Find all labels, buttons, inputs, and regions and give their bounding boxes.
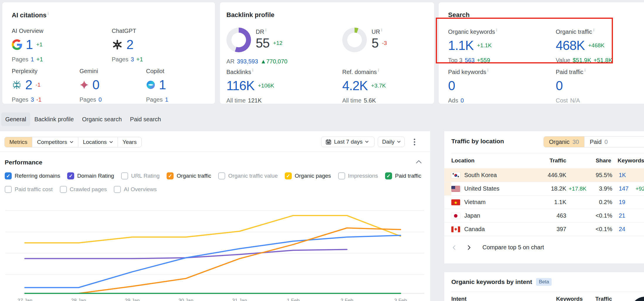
- pager-prev-icon[interactable]: [451, 245, 457, 250]
- dr-metric: DRi 55 +12: [226, 28, 282, 52]
- keywords-value[interactable]: 21: [619, 212, 633, 219]
- metric-label: Backlinksi: [226, 68, 274, 75]
- pages-label: Pages: [146, 96, 163, 103]
- toggle-organic[interactable]: Organic30: [544, 137, 584, 147]
- compare-top5-label[interactable]: Compare top 5 on chart: [482, 244, 544, 251]
- info-icon[interactable]: i: [252, 68, 253, 73]
- divider: [451, 292, 644, 292]
- ar-label: AR: [226, 58, 235, 65]
- keywords-value[interactable]: 147: [619, 185, 633, 192]
- alltime-value: 121K: [248, 97, 262, 104]
- column-header-traffic[interactable]: Traffic: [532, 157, 566, 164]
- performance-line-chart[interactable]: 27 Jan28 Jan29 Jan30 Jan31 Jan1 Feb2 Feb…: [0, 131, 430, 301]
- pages-label: Pages: [12, 96, 28, 103]
- ur-metric: URi 5 -3: [342, 28, 387, 52]
- svg-text:31 Jan: 31 Jan: [232, 298, 247, 301]
- tab-general[interactable]: General: [1, 112, 30, 126]
- info-icon[interactable]: i: [487, 68, 488, 73]
- gemini-icon: [79, 80, 89, 90]
- pages-value[interactable]: 3: [131, 56, 134, 63]
- pages-value[interactable]: 1: [31, 56, 34, 63]
- ar-change: ▲770,070: [260, 58, 287, 65]
- svg-text:28 Jan: 28 Jan: [71, 298, 86, 301]
- tab-organic-search[interactable]: Organic search: [78, 112, 126, 126]
- column-header-location[interactable]: Location: [451, 157, 474, 164]
- perplexity-icon: [12, 80, 22, 90]
- location-row-united-states[interactable]: United States 18.2K +17.8K 3.9% 147 +92: [444, 182, 644, 195]
- metric-label: AI Overview: [12, 28, 43, 34]
- location-row-vietnam[interactable]: Vietnam 1.1K 0.2% 19: [444, 195, 644, 209]
- flag-south-korea-icon: [451, 172, 460, 178]
- metric-value[interactable]: 4.2K: [342, 79, 368, 92]
- ur-donut: [342, 28, 367, 52]
- metric-delta: -1: [35, 82, 40, 88]
- metric-label: Copilot: [146, 68, 168, 75]
- metric-value[interactable]: 0: [92, 78, 99, 91]
- info-icon[interactable]: i: [378, 68, 379, 73]
- pages-value[interactable]: 0: [99, 96, 102, 103]
- traffic-value: 397: [544, 226, 566, 233]
- sub-label: Cost: [556, 97, 568, 104]
- pages-label: Pages: [12, 56, 28, 63]
- pages-delta: +1: [36, 56, 43, 63]
- alltime-value: 5.6K: [364, 97, 376, 104]
- location-pager: Compare top 5 on chart: [451, 244, 544, 251]
- dr-donut: [226, 28, 251, 52]
- metric-value[interactable]: 1: [26, 38, 33, 51]
- gemini-metric: Gemini 0 Pages0: [79, 68, 102, 103]
- pages-value[interactable]: 3: [31, 96, 34, 103]
- backlink-profile-title: Backlink profile: [226, 11, 274, 19]
- metric-value[interactable]: 1: [159, 78, 166, 91]
- tab-paid-search[interactable]: Paid search: [126, 112, 165, 126]
- sub-value: N/A: [570, 97, 580, 104]
- metric-value[interactable]: 2: [126, 38, 133, 51]
- metric-value[interactable]: 116K: [226, 79, 255, 92]
- location-row-south-korea[interactable]: South Korea 446.9K 95.5% 1K: [444, 168, 644, 182]
- sub-value[interactable]: 0: [460, 97, 464, 104]
- svg-text:29 Jan: 29 Jan: [125, 298, 140, 301]
- share-value: 95.5%: [591, 172, 612, 179]
- organic-paid-toggle: Organic30 Paid0: [543, 136, 644, 147]
- traffic-value: 1.1K: [544, 199, 566, 206]
- info-icon[interactable]: i: [381, 28, 382, 32]
- location-row-canada[interactable]: Canada 397 <0.1% 24: [444, 222, 644, 236]
- tab-backlink-profile[interactable]: Backlink profile: [30, 112, 78, 126]
- beta-badge: Beta: [536, 278, 552, 286]
- flag-canada-icon: [451, 226, 460, 232]
- pager-next-icon[interactable]: [466, 245, 472, 250]
- keywords-value[interactable]: 1K: [619, 172, 633, 179]
- column-header-intent[interactable]: Intent: [451, 296, 467, 301]
- google-icon: [12, 39, 22, 50]
- share-value: <0.1%: [591, 212, 612, 219]
- info-icon[interactable]: i: [584, 68, 585, 73]
- metric-value[interactable]: 2: [25, 78, 32, 91]
- metric-value[interactable]: 0: [448, 79, 455, 92]
- traffic-delta: +17.8K: [566, 186, 591, 192]
- keywords-value[interactable]: 24: [619, 226, 633, 233]
- metric-value[interactable]: 0: [556, 79, 562, 92]
- keywords-value[interactable]: 19: [619, 199, 633, 206]
- metric-delta: -3: [382, 40, 387, 46]
- column-header-share[interactable]: Share: [582, 157, 611, 164]
- column-header-traffic[interactable]: Traffic: [589, 296, 612, 301]
- metric-label: Gemini: [79, 68, 102, 75]
- traffic-value: 463: [544, 212, 566, 219]
- info-icon[interactable]: i: [265, 28, 266, 32]
- svg-text:2 Feb: 2 Feb: [340, 298, 353, 301]
- info-icon[interactable]: i: [48, 11, 49, 16]
- alltime-label: All time: [226, 97, 246, 104]
- pages-value[interactable]: 1: [165, 96, 168, 103]
- traffic-by-location-panel: Traffic by location Organic30 Paid0 Loca…: [444, 131, 644, 263]
- ahrefs-overview-page: AI citationsi AI Overview 1 +1 Pages1+1 …: [0, 0, 644, 301]
- location-row-japan[interactable]: Japan 463 <0.1% 21: [444, 209, 644, 222]
- traffic-value: 18.2K: [544, 185, 566, 192]
- ai-citations-card: AI citationsi AI Overview 1 +1 Pages1+1 …: [2, 2, 215, 104]
- location-name: South Korea: [464, 172, 497, 179]
- ar-value[interactable]: 393,593: [237, 58, 258, 65]
- copilot-icon: [146, 80, 155, 90]
- column-header-keywords[interactable]: Keywords: [618, 157, 644, 164]
- column-header-keywords[interactable]: Keywords: [548, 296, 583, 301]
- metric-label: DRi: [256, 28, 282, 35]
- perplexity-metric: Perplexity 2 -1 Pages3-1: [12, 68, 42, 103]
- toggle-paid[interactable]: Paid0: [584, 137, 644, 147]
